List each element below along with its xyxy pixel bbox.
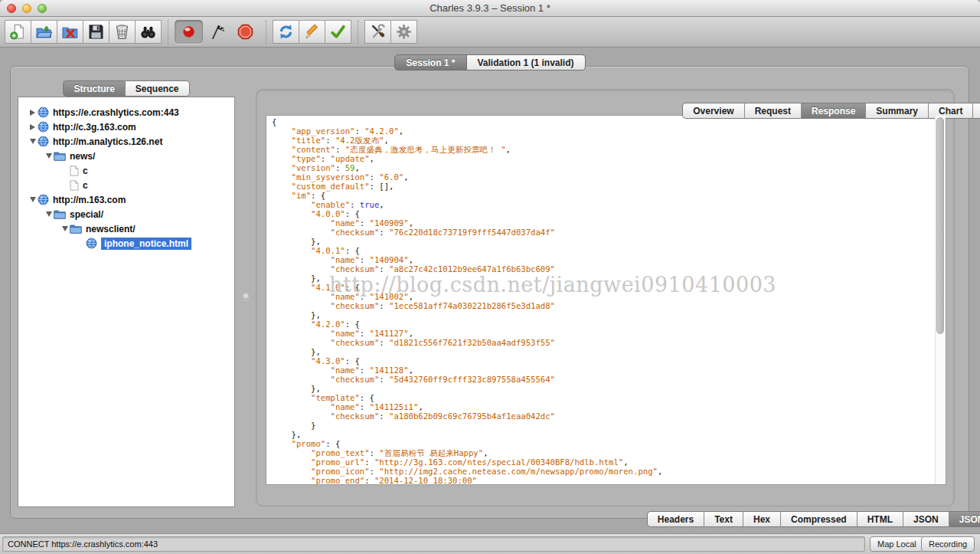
toolbar-group [175, 20, 260, 44]
disclosure-triangle-icon[interactable] [28, 139, 38, 144]
throttle-button[interactable] [203, 20, 231, 44]
tab-sequence[interactable]: Sequence [126, 80, 190, 97]
tree-label: c [83, 166, 88, 176]
tab-response[interactable]: Response [802, 103, 866, 119]
folder-icon [70, 224, 82, 234]
tree-row[interactable]: http://m.analytics.126.net [18, 134, 234, 149]
response-panel: OverviewRequestResponseSummaryChartNotes… [256, 89, 955, 506]
status-message-field: CONNECT https://e.crashlytics.com:443 [2, 536, 865, 552]
globe-icon [38, 194, 49, 205]
vertical-scrollbar[interactable] [935, 116, 946, 484]
stop-icon [237, 24, 253, 40]
refresh-icon [278, 24, 294, 40]
tab-request[interactable]: Request [745, 103, 802, 119]
toolbar-separator [168, 20, 168, 44]
tree-label: news/ [70, 151, 95, 162]
tree-row[interactable]: news/ [18, 149, 234, 163]
tree-label: iphone_notice.html [101, 238, 191, 250]
response-body-view[interactable]: { "app_version": "4.2.0", "title": "4.2版… [266, 115, 946, 485]
save-icon [88, 24, 104, 40]
tab-structure[interactable]: Structure [63, 80, 125, 97]
toolbar-separator [266, 20, 266, 44]
new-session-button[interactable] [5, 20, 31, 44]
gear-icon [396, 24, 412, 40]
disclosure-triangle-icon[interactable] [28, 197, 38, 202]
record-button[interactable] [175, 20, 203, 44]
window-title: Charles 3.9.3 – Session 1 * [0, 0, 980, 16]
record-icon [181, 24, 197, 40]
tree-row[interactable]: c [18, 163, 234, 178]
toolbar-separator [358, 20, 358, 44]
disclosure-triangle-icon[interactable] [28, 110, 38, 116]
check-icon [330, 24, 346, 40]
globe-icon [38, 121, 49, 133]
open-folder-icon [36, 24, 52, 40]
tab-json[interactable]: JSON [903, 511, 949, 527]
session-tab-validation-1-1-invalid[interactable]: Validation 1 (1 invalid) [467, 54, 586, 70]
tab-text[interactable]: Text [704, 511, 743, 527]
session-tab-session-1[interactable]: Session 1 * [394, 54, 466, 70]
splitter-grip[interactable] [243, 293, 249, 300]
tree-label: http://m.analytics.126.net [53, 136, 162, 147]
tree-row[interactable]: http://c.3g.163.com [18, 120, 234, 134]
trash-icon [114, 24, 130, 40]
tools-icon [370, 24, 386, 40]
disclosure-triangle-icon[interactable] [28, 124, 38, 130]
disclosure-triangle-icon[interactable] [44, 153, 54, 159]
tree-row[interactable]: c [18, 178, 234, 192]
close-session-button[interactable] [57, 20, 83, 44]
toolbar-group [273, 20, 351, 44]
map-local-button[interactable]: Map Local [870, 536, 924, 552]
repeat-button[interactable] [273, 20, 299, 44]
scrollbar-thumb[interactable] [936, 117, 944, 334]
find-button[interactable] [135, 20, 162, 44]
tree-label: http://c.3g.163.com [53, 122, 136, 133]
main-panel: StructureSequence https://e.crashlytics.… [10, 66, 969, 519]
json-text: { "app_version": "4.2.0", "title": "4.2版… [266, 116, 946, 485]
disclosure-triangle-icon[interactable] [44, 211, 54, 217]
clear-session-button[interactable] [109, 20, 136, 44]
tree-row[interactable]: http://m.163.com [18, 192, 234, 207]
detail-tab-bar: OverviewRequestResponseSummaryChartNotes [501, 103, 980, 119]
zoom-window-button[interactable] [38, 4, 47, 13]
close-window-button[interactable] [7, 4, 16, 13]
save-session-button[interactable] [83, 20, 109, 44]
recording-button[interactable]: Recording [921, 536, 975, 552]
tree-row[interactable]: newsclient/ [18, 221, 234, 236]
tab-html[interactable]: HTML [858, 511, 903, 527]
tree-label: newsclient/ [86, 224, 136, 234]
tree-row[interactable]: iphone_notice.html [18, 236, 234, 251]
stop-button[interactable] [231, 20, 260, 44]
tab-summary[interactable]: Summary [866, 103, 929, 119]
tab-overview[interactable]: Overview [682, 103, 744, 119]
globe-icon [38, 107, 49, 118]
settings-button[interactable] [390, 20, 417, 44]
tree-label: special/ [70, 209, 103, 220]
open-session-button[interactable] [31, 20, 57, 44]
tab-notes[interactable]: Notes [973, 103, 980, 119]
checkered-flag-icon [209, 24, 225, 40]
request-tree: https://e.crashlytics.com:443http://c.3g… [18, 97, 234, 251]
toolbar-group [5, 20, 162, 44]
folder-icon [54, 151, 66, 161]
toolbar [0, 17, 980, 48]
sidebar-tab-bar: StructureSequence [18, 80, 235, 97]
folder-icon [54, 209, 66, 219]
tree-row[interactable]: special/ [18, 207, 234, 221]
tools-button[interactable] [364, 20, 391, 44]
disclosure-triangle-icon[interactable] [60, 226, 70, 231]
validate-button[interactable] [325, 20, 351, 44]
tab-compressed[interactable]: Compressed [781, 511, 858, 527]
tab-hex[interactable]: Hex [743, 511, 781, 527]
title-bar: Charles 3.9.3 – Session 1 * [0, 0, 980, 17]
body-format-tab-bar: HeadersTextHexCompressedHTMLJSONJSON Tex… [501, 511, 980, 527]
tree-row[interactable]: https://e.crashlytics.com:443 [18, 105, 234, 120]
tab-headers[interactable]: Headers [647, 511, 704, 527]
new-document-icon [10, 24, 26, 40]
status-bar: CONNECT https://e.crashlytics.com:443 Ma… [0, 533, 980, 554]
tab-json-text[interactable]: JSON Text [949, 511, 980, 527]
toolbar-group [364, 20, 417, 44]
edit-button[interactable] [299, 20, 325, 44]
window-controls [7, 4, 47, 13]
minimize-window-button[interactable] [22, 4, 31, 13]
